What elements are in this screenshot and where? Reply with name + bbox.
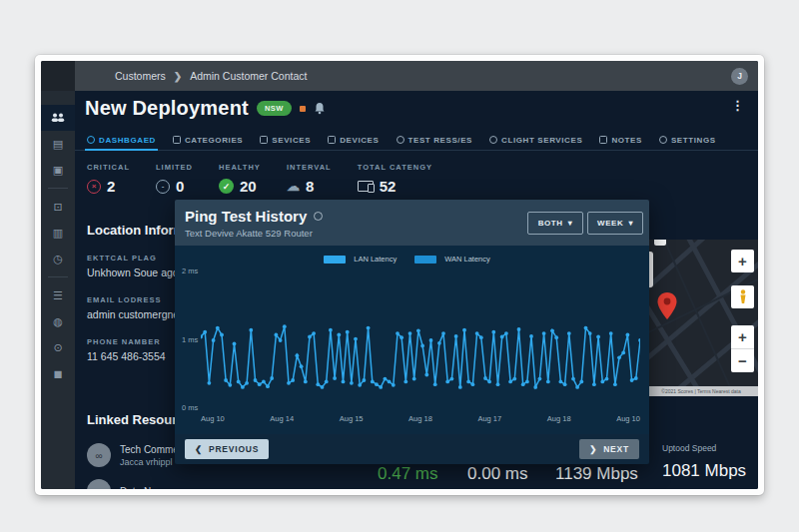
- stat-total: TOTAL CATENGY 52: [358, 163, 432, 195]
- x-axis: Aug 10 Aug 14 Aug 15 Aug 18 Aug 17 Aug 1…: [201, 414, 640, 423]
- tab-test-results[interactable]: TEST RESS/ES: [397, 130, 473, 151]
- devices-tab-icon: [328, 136, 336, 144]
- sidebar-item-reports[interactable]: ⊡: [41, 194, 75, 220]
- stat-critical: CRITICAL ×2: [87, 163, 130, 195]
- categories-tab-icon: [173, 136, 181, 144]
- help-icon: ⊙: [53, 342, 62, 353]
- notes-tab-icon: [599, 136, 607, 144]
- stat-healthy: HEALTHY ✓20: [219, 163, 261, 195]
- map-zoom-control: + −: [731, 325, 754, 372]
- critical-icon: ×: [87, 180, 101, 194]
- sidebar-divider: [48, 188, 68, 189]
- sidebar-top-block: [41, 61, 75, 91]
- latency-value: 0.47 ms: [378, 464, 437, 484]
- latency-chart-svg: [201, 271, 640, 409]
- map-add-button[interactable]: +: [731, 250, 754, 272]
- map-fullscreen-button[interactable]: [654, 240, 666, 246]
- zoom-in-button[interactable]: +: [731, 325, 754, 349]
- chevron-down-icon: ▾: [568, 219, 573, 228]
- sidebar-item-documents[interactable]: ▤: [41, 131, 75, 157]
- ping-test-history-modal: Ping Test History Text Devive Akatte 529…: [175, 200, 649, 464]
- y-axis-tick: 2 ms: [182, 266, 198, 275]
- download-speed-value: 1139 Mbps: [555, 464, 638, 484]
- breadcrumb-customers[interactable]: Customers: [115, 70, 166, 82]
- chevron-left-icon: ❮: [195, 444, 203, 454]
- chart-panel: LAN Latency WAN Latency 2 ms 1 ms 0 ms A…: [175, 246, 649, 434]
- dashboard-tab-icon: [87, 136, 95, 144]
- location-map[interactable]: + + − ©2021 Scores | Terms Nearest data: [644, 240, 758, 396]
- alert-dot: [300, 106, 306, 112]
- sidebar-item-settings[interactable]: ☰: [41, 282, 75, 308]
- services-tab-icon: [260, 136, 268, 144]
- user-avatar[interactable]: J: [731, 68, 748, 85]
- sidebar-item-help[interactable]: ⊙: [41, 334, 75, 360]
- sidebar-divider: [48, 276, 68, 277]
- page-header: New Deployment NSW: [85, 97, 326, 120]
- monitor-icon: [358, 181, 374, 192]
- x-axis-tick: Aug 18: [547, 414, 571, 423]
- sidebar: ▤ ▣ ⊡ ▥ ◷ ☰ ◍ ⊙ ◼: [41, 91, 75, 489]
- top-bar: Customers ❯ Admin Customer Contact J: [75, 61, 758, 91]
- status-summary-row: CRITICAL ×2 LIMITED -0 HEALTHY ✓20 INTER…: [87, 163, 432, 195]
- time-range-dropdown[interactable]: WEEK ▾: [587, 212, 643, 235]
- info-circle-icon: [314, 212, 323, 221]
- map-attribution: ©2021 Scores | Terms Nearest data: [644, 386, 758, 396]
- tab-client-services[interactable]: CLIGHT SERVICES: [489, 130, 582, 151]
- x-axis-tick: Aug 14: [270, 414, 294, 423]
- sidebar-item-devices[interactable]: ▥: [41, 220, 75, 246]
- x-axis-tick: Aug 18: [408, 414, 432, 423]
- sidebar-item-network[interactable]: ◍: [41, 308, 75, 334]
- tab-services[interactable]: SEVICES: [260, 130, 311, 151]
- jitter-value: 0.00 ms: [467, 464, 527, 484]
- users-icon: [51, 113, 65, 123]
- legend-label: LAN Latency: [354, 255, 397, 264]
- tab-bar: DASHBGAED CATEGORIES SEVICES DEVICES TES…: [75, 130, 758, 151]
- pegman-icon: [738, 289, 748, 304]
- healthy-check-icon: ✓: [219, 179, 234, 194]
- sliders-icon: ☰: [53, 290, 63, 301]
- link-icon: ∞: [95, 450, 102, 461]
- breadcrumb-chevron-icon: ❯: [174, 71, 182, 82]
- sidebar-item-packages[interactable]: ▣: [41, 157, 75, 183]
- modal-header: Ping Test History Text Devive Akatte 529…: [175, 200, 649, 246]
- sidebar-item-history[interactable]: ◷: [41, 246, 75, 271]
- app-surface: Customers ❯ Admin Customer Contact J ▤ ▣…: [41, 61, 758, 489]
- archive-icon: ◼: [53, 368, 62, 379]
- tab-notes[interactable]: NOTES: [599, 130, 642, 151]
- page-title: New Deployment: [85, 97, 249, 120]
- next-button[interactable]: ❯ NEXT: [579, 439, 639, 459]
- latency-type-dropdown[interactable]: BOTH ▾: [527, 212, 583, 235]
- link-icon: ∞: [95, 486, 102, 490]
- upload-speed-value: 1081 Mbps: [662, 461, 746, 481]
- y-axis-tick: 0 ms: [182, 403, 198, 412]
- image-icon: ⊡: [53, 202, 62, 213]
- resource-avatar: ∞: [87, 479, 111, 489]
- sidebar-item-customers[interactable]: [41, 105, 75, 131]
- tab-settings[interactable]: SETTINGS: [659, 130, 716, 151]
- modal-footer: ❮ PREVIOUS ❯ NEXT: [175, 434, 649, 464]
- wan-latency-swatch: [414, 256, 436, 264]
- zoom-out-button[interactable]: −: [731, 349, 754, 372]
- status-badge: NSW: [257, 101, 292, 116]
- modal-title: Ping Test History: [185, 208, 307, 225]
- sidebar-item-archive[interactable]: ◼: [41, 360, 75, 386]
- notification-bell-icon[interactable]: [314, 102, 326, 115]
- x-axis-tick: Aug 10: [201, 414, 225, 423]
- x-axis-tick: Aug 10: [616, 414, 640, 423]
- test-results-tab-icon: [397, 136, 404, 144]
- tab-dashboard[interactable]: DASHBGAED: [87, 130, 156, 151]
- kebab-menu-icon[interactable]: ⋮: [731, 103, 744, 110]
- lan-latency-swatch: [324, 256, 346, 264]
- box-icon: ▣: [53, 165, 63, 176]
- y-axis-tick: 1 ms: [182, 335, 198, 344]
- tab-devices[interactable]: DEVICES: [328, 130, 379, 151]
- client-services-tab-icon: [489, 136, 497, 144]
- document-icon: ▤: [53, 139, 63, 150]
- breadcrumb-current: Admin Customer Contact: [190, 70, 307, 82]
- list-item[interactable]: ∞ Date Neves: [87, 479, 257, 489]
- stat-interval: INTERVAL ☁8: [287, 163, 332, 195]
- tab-categories[interactable]: CATEGORIES: [173, 130, 243, 151]
- x-axis-tick: Aug 15: [340, 414, 364, 423]
- street-view-pegman-button[interactable]: [731, 285, 754, 308]
- previous-button[interactable]: ❮ PREVIOUS: [185, 439, 269, 459]
